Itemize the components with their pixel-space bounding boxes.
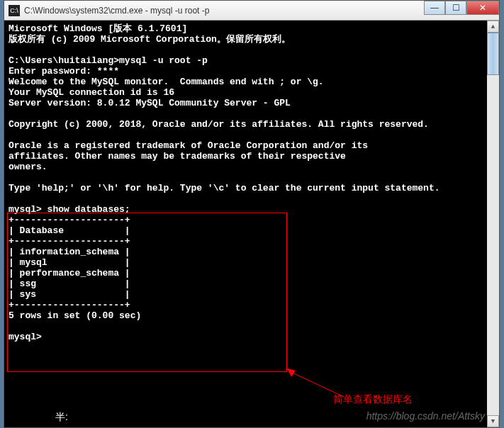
terminal-line: 5 rows in set (0.00 sec): [9, 310, 141, 321]
terminal-line: | Database |: [9, 225, 130, 236]
terminal-line: Microsoft Windows [版本 6.1.7601]: [9, 23, 187, 34]
scroll-thumb[interactable]: [487, 33, 499, 75]
annotation-text: 简单查看数据库名: [333, 393, 413, 406]
terminal-line: Your MySQL connection id is 16: [9, 87, 174, 98]
terminal-line: +--------------------+: [9, 300, 130, 310]
terminal-line: | ssg |: [9, 278, 130, 289]
terminal-line: Welcome to the MySQL monitor. Commands e…: [9, 77, 324, 87]
terminal-line: affiliates. Other names may be trademark…: [9, 151, 346, 162]
terminal-line: C:\Users\huitailang>mysql -u root -p: [9, 55, 208, 66]
terminal-line: +--------------------+: [9, 236, 130, 247]
terminal-line: Server version: 8.0.12 MySQL Community S…: [9, 98, 291, 108]
close-button[interactable]: ✕: [466, 1, 499, 15]
cmd-icon: C:\: [9, 5, 20, 16]
terminal-line: mysql> show databases;: [9, 204, 130, 215]
terminal-line: mysql>: [9, 332, 42, 342]
scroll-up-button[interactable]: ▲: [487, 21, 499, 33]
cmd-window: C:\ C:\Windows\system32\cmd.exe - mysql …: [4, 0, 500, 428]
terminal-line: Oracle is a registered trademark of Orac…: [9, 140, 368, 151]
terminal-line: | sys |: [9, 289, 130, 300]
window-titlebar[interactable]: C:\ C:\Windows\system32\cmd.exe - mysql …: [4, 1, 499, 21]
terminal-line: Type 'help;' or '\h' for help. Type '\c'…: [9, 183, 440, 193]
terminal-line: | performance_schema |: [9, 268, 130, 278]
window-title: C:\Windows\system32\cmd.exe - mysql -u r…: [24, 6, 209, 16]
terminal-line: | information_schema |: [9, 247, 130, 257]
terminal-line: Copyright (c) 2000, 2018, Oracle and/or …: [9, 119, 429, 130]
scroll-down-button[interactable]: ▼: [487, 415, 499, 427]
watermark: https://blog.csdn.net/Attsky: [366, 410, 485, 422]
terminal-output[interactable]: Microsoft Windows [版本 6.1.7601] 版权所有 (c)…: [4, 21, 499, 427]
window-controls: — ☐ ✕: [424, 1, 499, 15]
terminal-line: +--------------------+: [9, 215, 130, 225]
maximize-button[interactable]: ☐: [445, 1, 466, 15]
terminal-line: | mysql |: [9, 257, 130, 268]
minimize-button[interactable]: —: [424, 1, 445, 15]
terminal-line: 版权所有 (c) 2009 Microsoft Corporation。保留所有…: [9, 34, 291, 45]
terminal-line: owners.: [9, 162, 47, 172]
terminal-line: Enter password: ****: [9, 66, 119, 77]
footer-text: 半:: [55, 411, 68, 424]
vertical-scrollbar[interactable]: ▲ ▼: [487, 21, 499, 427]
